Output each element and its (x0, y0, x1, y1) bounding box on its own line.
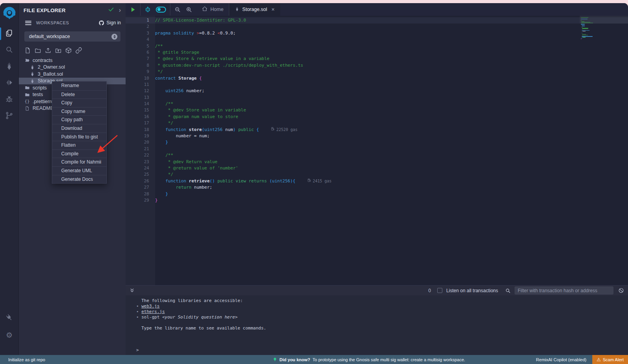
tree-item-contracts[interactable]: contracts (19, 57, 126, 64)
tree-item-2-owner-sol[interactable]: 2_Owner.sol (19, 64, 126, 71)
transaction-filter-input[interactable] (515, 286, 613, 295)
link-icon[interactable] (75, 47, 82, 54)
terminal-link[interactable]: ethers.js (141, 309, 165, 314)
workspaces-menu-icon[interactable] (25, 21, 31, 25)
upload-file-icon[interactable] (45, 47, 51, 54)
status-bar: Initialize as git repo Did you know? To … (0, 355, 628, 364)
code-line-29: 29} (126, 197, 628, 204)
new-file-icon[interactable] (24, 47, 31, 54)
context-menu-item-delete[interactable]: Delete (52, 90, 106, 99)
zoom-in-icon[interactable] (186, 6, 192, 13)
github-icon (99, 20, 104, 26)
context-menu-item-compile-for-nahmii[interactable]: Compile for Nahmii (52, 158, 106, 166)
upload-folder-icon[interactable] (55, 47, 62, 54)
gas-estimate-badge: 2415 gas (307, 178, 332, 184)
code-line-19: 19 number = num; (126, 133, 628, 139)
git-icon (5, 111, 13, 121)
terminal-expand-icon[interactable] (130, 288, 135, 293)
context-menu-item-rename[interactable]: Rename (52, 82, 106, 90)
chevron-right-icon[interactable]: › (119, 7, 121, 14)
listen-transactions-label: Listen on all transactions (446, 288, 498, 293)
code-line-13: 13 (126, 95, 628, 101)
scam-alert-button[interactable]: ⚠ Scam Alert (592, 355, 628, 364)
app-window: ⚙ FILE EXPLORER › WORKSPACES Sign in (0, 3, 628, 364)
remix-logo-icon[interactable] (2, 6, 16, 20)
context-menu-item-copy-path[interactable]: Copy path (52, 115, 106, 124)
sidebar-item-search[interactable] (0, 42, 19, 58)
clear-console-icon[interactable] (618, 288, 624, 293)
tab-close-icon[interactable]: × (272, 6, 275, 13)
new-folder-icon[interactable] (35, 47, 41, 54)
tab-storage-sol[interactable]: Storage.sol × (229, 3, 280, 16)
code-editor[interactable]: 1// SPDX-License-Identifier: GPL-3.023pr… (126, 16, 628, 285)
line-number: 18 (126, 127, 155, 133)
context-menu-item-generate-uml[interactable]: Generate UML (52, 166, 106, 175)
debugger-icon (5, 95, 13, 105)
context-menu-item-publish-file-to-gist[interactable]: Publish file to gist (52, 133, 106, 141)
panel-title: FILE EXPLORER (24, 7, 66, 13)
line-number: 26 (126, 178, 155, 184)
line-number: 19 (126, 133, 155, 139)
sidebar-item-file-explorer[interactable] (0, 26, 19, 42)
home-icon (202, 6, 208, 13)
remixai-assistant-icon[interactable] (144, 6, 151, 13)
run-script-button[interactable] (130, 6, 136, 13)
code-line-20: 20 } (126, 139, 628, 146)
context-menu-item-download[interactable]: Download (52, 124, 106, 133)
code-line-22: 22 /** (126, 152, 628, 158)
line-number: 15 (126, 107, 155, 113)
line-number: 22 (126, 152, 155, 158)
folder-open-icon (24, 58, 30, 63)
context-menu-item-generate-docs[interactable]: Generate Docs (52, 175, 106, 184)
did-you-know-tip: Did you know? To prototype using the Gno… (273, 357, 465, 362)
editor-minimap[interactable] (580, 16, 628, 285)
copilot-status[interactable]: RemixAI Copilot (enabled) (536, 357, 586, 362)
code-line-27: 27 return number; (126, 184, 628, 191)
sign-in-button[interactable]: Sign in (99, 20, 121, 26)
search-icon (5, 46, 13, 55)
sidebar-item-solidity-compiler[interactable] (0, 59, 19, 75)
sidebar-item-plugin-manager[interactable] (0, 310, 19, 326)
terminal-search-icon[interactable] (505, 288, 511, 293)
code-line-26: 26 function retrieve() public view retur… (126, 178, 628, 184)
workspace-select[interactable]: default_workspace (24, 31, 120, 42)
tab-home[interactable]: Home (196, 3, 229, 16)
context-menu-item-compile[interactable]: Compile (52, 149, 106, 158)
tree-item-3-ballot-sol[interactable]: 3_Ballot.sol (19, 71, 126, 78)
context-menu-item-flatten[interactable]: Flatten (52, 141, 106, 149)
git-init-button[interactable]: Initialize as git repo (8, 357, 45, 362)
remix-ide-app: ⚙ FILE EXPLORER › WORKSPACES Sign in (0, 0, 628, 364)
code-line-5: 5/** (126, 43, 628, 49)
sidebar-item-git[interactable] (0, 108, 19, 124)
sol-icon (29, 65, 35, 70)
braces-icon: {} (24, 99, 30, 104)
sidebar-item-deploy-run[interactable] (0, 75, 19, 91)
sidebar-item-settings[interactable]: ⚙ (0, 328, 19, 343)
listen-transactions-checkbox[interactable] (437, 288, 442, 293)
terminal-prompt[interactable]: > (136, 348, 628, 353)
line-number: 16 (126, 114, 155, 120)
tree-item-label: scripts (33, 85, 47, 91)
tip-text: To prototype using the Gnosis safe multi… (312, 357, 465, 362)
code-lines: 1// SPDX-License-Identifier: GPL-3.023pr… (126, 16, 628, 204)
zoom-out-icon[interactable] (174, 6, 181, 13)
sidebar-item-debugger[interactable] (0, 92, 19, 107)
cube-icon[interactable] (65, 47, 72, 54)
context-menu-item-copy-name[interactable]: Copy name (52, 107, 106, 116)
check-icon (108, 6, 114, 14)
terminal-line: The following libraries are accessible: (136, 298, 628, 304)
context-menu-item-copy[interactable]: Copy (52, 98, 106, 107)
browser-chrome-strip (0, 0, 628, 3)
terminal-line: • sol-gpt <your Solidity question here> (136, 315, 628, 320)
file-explorer-header: FILE EXPLORER › (19, 3, 126, 17)
folder-icon (24, 92, 30, 97)
terminal-toolbar: 0 Listen on all transactions (126, 286, 628, 295)
code-line-17: 17 */ (126, 120, 628, 126)
context-menu: RenameDeleteCopyCopy nameCopy pathDownlo… (52, 81, 107, 184)
line-number: 29 (126, 197, 155, 204)
terminal-link[interactable]: web3.js (141, 304, 159, 309)
code-line-1: 1// SPDX-License-Identifier: GPL-3.0 (126, 17, 628, 24)
warning-icon: ⚠ (597, 357, 601, 362)
copilot-toggle[interactable] (156, 7, 166, 13)
workspace-select-value: default_workspace (29, 34, 70, 39)
